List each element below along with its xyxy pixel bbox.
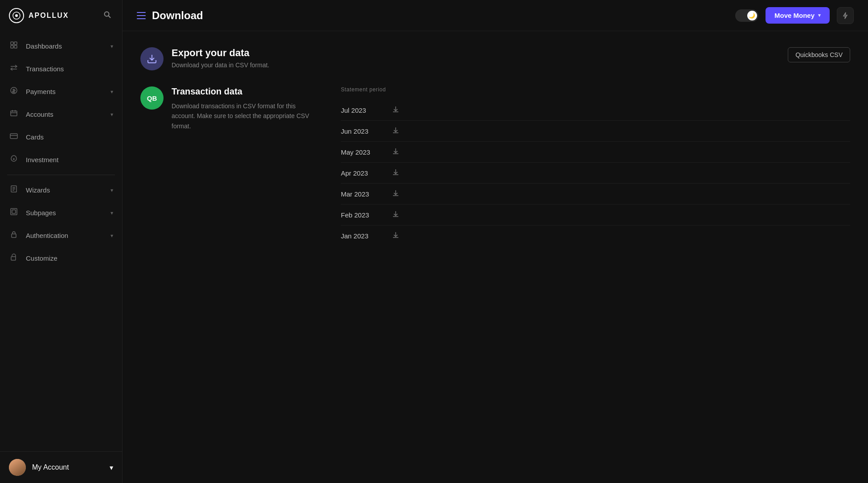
svg-rect-6 [11,45,13,48]
download-icon [392,189,400,199]
svg-rect-21 [11,257,16,260]
export-icon [140,47,164,70]
svg-rect-19 [12,210,16,213]
hamburger-line-3 [137,18,146,19]
authentication-icon [9,230,19,241]
sidebar-item-transactions[interactable]: Transactions [0,57,122,80]
move-money-button[interactable]: Move Money ▾ [766,7,830,24]
sidebar-item-subpages-label: Subpages [26,209,56,217]
svg-rect-5 [14,42,17,45]
statement-row[interactable]: Apr 2023 [341,163,850,184]
statement-row[interactable]: Mar 2023 [341,184,850,205]
sidebar-item-investment-label: Investment [26,156,58,164]
subpages-chevron: ▾ [111,210,113,216]
accounts-chevron: ▾ [111,111,113,118]
sidebar-item-payments[interactable]: Payments ▾ [0,80,122,103]
wizards-chevron: ▾ [111,187,113,193]
transactions-icon [9,64,19,74]
cards-icon [9,132,19,142]
statement-row[interactable]: Jun 2023 [341,121,850,142]
my-account-item[interactable]: My Account ▾ [9,459,113,476]
export-text: Export your data Download your data in C… [172,47,269,69]
payments-chevron: ▾ [111,89,113,95]
sidebar-item-customize-label: Customize [26,254,57,262]
sidebar-item-cards-label: Cards [26,133,44,141]
transaction-left: QB Transaction data Download transaction… [140,86,314,246]
customize-icon [9,253,19,263]
statement-month: Jun 2023 [341,127,385,135]
content-area: Export your data Download your data in C… [123,31,868,262]
statement-month: Apr 2023 [341,169,385,177]
download-icon [392,210,400,220]
accounts-icon [9,109,19,119]
export-title: Export your data [172,47,269,59]
sidebar-item-accounts[interactable]: Accounts ▾ [0,103,122,126]
quickbooks-csv-button[interactable]: Quickbooks CSV [788,47,850,62]
sidebar-item-customize[interactable]: Customize [0,247,122,270]
svg-rect-18 [11,209,17,215]
sidebar-item-payments-label: Payments [26,88,56,95]
transaction-card: QB Transaction data Download transaction… [140,86,850,246]
statement-row[interactable]: May 2023 [341,142,850,163]
sidebar-item-wizards[interactable]: Wizards ▾ [0,179,122,201]
theme-toggle[interactable]: 🌙 [735,9,758,22]
hamburger-icon[interactable] [137,12,146,19]
sidebar-logo: APOLLUX [0,0,122,31]
sidebar-bottom: My Account ▾ [0,451,122,483]
statement-period-label: Statement period [341,86,850,93]
topbar-right: 🌙 Move Money ▾ [735,7,854,24]
avatar [9,459,26,476]
statement-month: Jan 2023 [341,232,385,240]
dashboards-chevron: ▾ [111,43,113,49]
subpages-icon [9,208,19,218]
qb-icon: QB [140,86,164,110]
statement-rows: Jul 2023 Jun 2023 May 2023 Apr 2023 Mar … [341,100,850,246]
export-subtitle: Download your data in CSV format. [172,61,269,69]
moon-icon: 🌙 [749,12,755,19]
topbar-left: Download [137,9,203,22]
wizards-icon [9,185,19,195]
export-header-left: Export your data Download your data in C… [140,47,269,70]
flash-button[interactable] [837,7,854,24]
logo-icon [9,8,24,23]
statement-section: Statement period Jul 2023 Jun 2023 May 2… [341,86,850,246]
svg-rect-12 [10,134,17,139]
nav-divider [7,175,115,175]
sidebar-item-cards[interactable]: Cards [0,126,122,148]
transaction-info: Transaction data Download transactions i… [172,86,314,246]
svg-marker-22 [843,12,847,19]
svg-rect-7 [14,45,17,48]
download-icon [392,147,400,157]
logo-text: APOLLUX [29,12,69,20]
topbar: Download 🌙 Move Money ▾ [123,0,868,31]
theme-toggle-knob: 🌙 [747,11,757,20]
dashboards-icon [9,41,19,51]
my-account-left: My Account [9,459,69,476]
sidebar-item-investment[interactable]: Investment [0,148,122,171]
statement-row[interactable]: Jul 2023 [341,100,850,121]
sidebar-nav: Dashboards ▾ Transactions [0,31,122,451]
svg-line-3 [109,16,111,18]
statement-month: May 2023 [341,148,385,156]
statement-row[interactable]: Feb 2023 [341,205,850,225]
investment-icon [9,155,19,165]
sidebar-item-dashboards-label: Dashboards [26,42,62,50]
search-button[interactable] [102,9,113,23]
my-account-chevron: ▾ [110,463,113,472]
download-icon [392,126,400,136]
statement-row[interactable]: Jan 2023 [341,225,850,246]
sidebar-item-authentication[interactable]: Authentication ▾ [0,224,122,247]
avatar-image [9,459,26,476]
sidebar-item-subpages[interactable]: Subpages ▾ [0,201,122,224]
export-header: Export your data Download your data in C… [140,47,850,70]
move-money-label: Move Money [774,12,815,19]
svg-point-1 [15,14,18,17]
sidebar-item-transactions-label: Transactions [26,65,64,73]
sidebar-item-authentication-label: Authentication [26,232,68,239]
hamburger-line-1 [137,12,146,13]
sidebar-item-dashboards[interactable]: Dashboards ▾ [0,35,122,57]
sidebar: APOLLUX Dashboards [0,0,123,483]
statement-month: Feb 2023 [341,211,385,219]
hamburger-line-2 [137,15,146,16]
transaction-description: Download transactions in CSV format for … [172,101,314,131]
